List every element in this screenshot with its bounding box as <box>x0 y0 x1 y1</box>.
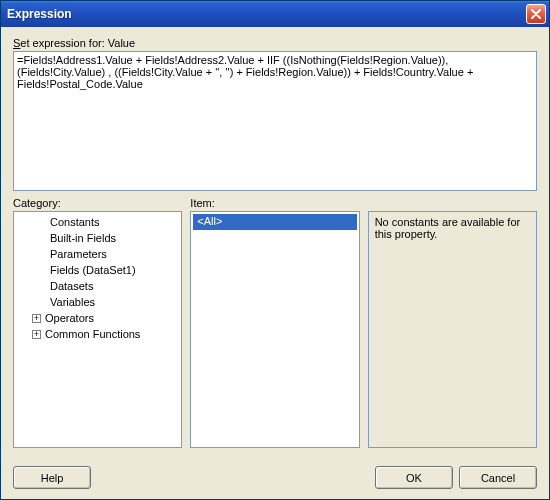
tree-item[interactable]: Fields (DataSet1) <box>16 262 179 278</box>
tree-item[interactable]: Parameters <box>16 246 179 262</box>
close-icon <box>531 9 541 19</box>
tree-item[interactable]: +Operators <box>16 310 179 326</box>
content-area: Set expression for: Value Category: Cons… <box>1 27 549 458</box>
tree-item-label: Built-in Fields <box>50 232 116 244</box>
expression-textarea[interactable] <box>13 51 537 191</box>
plus-icon[interactable]: + <box>32 330 41 339</box>
titlebar[interactable]: Expression <box>1 1 549 27</box>
expression-dialog: Expression Set expression for: Value Cat… <box>0 0 550 500</box>
item-column: Item: <All> <box>190 197 359 448</box>
tree-item-label: Operators <box>45 312 94 324</box>
tree-item[interactable]: +Common Functions <box>16 326 179 342</box>
plus-icon[interactable]: + <box>32 314 41 323</box>
list-item[interactable]: <All> <box>193 214 356 230</box>
columns: Category: Constants Built-in Fields Para… <box>13 197 537 448</box>
help-button[interactable]: Help <box>13 466 91 489</box>
tree-item-label: Datasets <box>50 280 93 292</box>
cancel-button[interactable]: Cancel <box>459 466 537 489</box>
footer: Help OK Cancel <box>1 458 549 499</box>
category-label: Category: <box>13 197 182 209</box>
category-column: Category: Constants Built-in Fields Para… <box>13 197 182 448</box>
item-label: Item: <box>190 197 359 209</box>
window-title: Expression <box>7 7 526 21</box>
expression-label: Set expression for: Value <box>13 37 537 49</box>
tree-item-label: Constants <box>50 216 100 228</box>
tree-item-label: Fields (DataSet1) <box>50 264 136 276</box>
ok-button[interactable]: OK <box>375 466 453 489</box>
tree-item-label: Parameters <box>50 248 107 260</box>
tree-item[interactable]: Built-in Fields <box>16 230 179 246</box>
description-column: No constants are available for this prop… <box>368 197 537 448</box>
tree-item[interactable]: Variables <box>16 294 179 310</box>
description-panel: No constants are available for this prop… <box>368 211 537 448</box>
tree-item[interactable]: Datasets <box>16 278 179 294</box>
close-button[interactable] <box>526 4 546 24</box>
category-tree[interactable]: Constants Built-in Fields Parameters Fie… <box>13 211 182 448</box>
spacer-label <box>368 197 537 209</box>
tree-item-label: Common Functions <box>45 328 140 340</box>
tree-item[interactable]: Constants <box>16 214 179 230</box>
item-list[interactable]: <All> <box>190 211 359 448</box>
tree-item-label: Variables <box>50 296 95 308</box>
